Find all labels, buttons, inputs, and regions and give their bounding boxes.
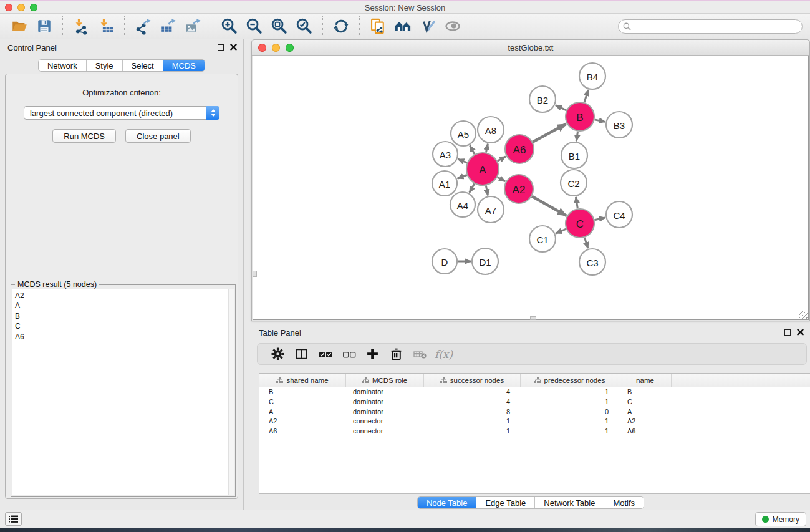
import-network-button[interactable] bbox=[69, 15, 94, 37]
edge-A-A7[interactable] bbox=[486, 185, 488, 195]
tab-edge-table[interactable]: Edge Table bbox=[476, 497, 535, 508]
table-cell[interactable]: 1 bbox=[521, 387, 619, 397]
select-all-columns-button[interactable] bbox=[316, 345, 334, 363]
table-settings-button[interactable] bbox=[269, 345, 287, 363]
edge-A-A5[interactable] bbox=[470, 145, 475, 154]
zoom-fit-button[interactable] bbox=[267, 15, 292, 37]
table-cell[interactable]: A6 bbox=[619, 427, 672, 437]
mcds-result-item[interactable]: A bbox=[12, 301, 228, 311]
delete-table-button[interactable] bbox=[411, 345, 429, 363]
table-cell[interactable]: 8 bbox=[424, 407, 521, 417]
search-input[interactable] bbox=[618, 19, 803, 34]
create-column-button[interactable] bbox=[364, 345, 382, 363]
edge-A-A2[interactable] bbox=[498, 177, 505, 181]
tab-motifs[interactable]: Motifs bbox=[604, 497, 644, 508]
mcds-result-item[interactable]: B bbox=[12, 311, 228, 321]
mcds-result-item[interactable]: A2 bbox=[12, 291, 228, 301]
table-cell[interactable]: 1 bbox=[424, 427, 521, 437]
tab-network[interactable]: Network bbox=[39, 60, 87, 71]
table-cell[interactable]: C bbox=[259, 397, 346, 407]
import-table-button[interactable] bbox=[94, 15, 118, 37]
refresh-button[interactable] bbox=[329, 15, 354, 37]
network-window-titlebar[interactable]: testGlobe.txt bbox=[252, 40, 809, 56]
table-row[interactable]: A2connector11A2 bbox=[259, 417, 810, 427]
canvas-bottom-scroll-stub[interactable] bbox=[530, 316, 536, 320]
table-cell[interactable]: C bbox=[619, 397, 672, 407]
show-hide-button[interactable] bbox=[440, 15, 465, 37]
show-panels-button[interactable] bbox=[5, 512, 22, 526]
tab-network-table[interactable]: Network Table bbox=[535, 497, 604, 508]
table-cell[interactable]: dominator bbox=[346, 397, 424, 407]
mcds-list-scrollbar[interactable] bbox=[228, 289, 234, 495]
deselect-all-columns-button[interactable] bbox=[340, 345, 358, 363]
memory-button[interactable]: Memory bbox=[755, 512, 806, 526]
network-canvas[interactable]: AA1A2A3A4A5A6A7A8BB1B2B3B4CC1C2C3C4DD1 bbox=[253, 56, 809, 320]
table-cell[interactable]: 1 bbox=[424, 417, 521, 427]
edge-A-A4[interactable] bbox=[470, 184, 475, 193]
edge-A2-C[interactable] bbox=[532, 196, 566, 216]
run-mcds-button[interactable]: Run MCDS bbox=[52, 129, 116, 143]
table-row[interactable]: Cdominator41C bbox=[259, 397, 810, 407]
table-cell[interactable]: connector bbox=[346, 417, 424, 427]
edge-A-A8[interactable] bbox=[486, 144, 488, 153]
table-cell[interactable]: 4 bbox=[424, 397, 521, 407]
export-network-button[interactable] bbox=[130, 15, 155, 37]
table-cell[interactable]: A2 bbox=[259, 417, 346, 427]
export-table-button[interactable] bbox=[155, 15, 180, 37]
table-row[interactable]: Adominator80A bbox=[259, 407, 810, 417]
column-header-shared-name[interactable]: shared name bbox=[259, 374, 346, 387]
save-session-button[interactable] bbox=[32, 15, 57, 37]
mcds-result-item[interactable]: A6 bbox=[12, 332, 228, 342]
table-cell[interactable]: A2 bbox=[619, 417, 672, 427]
table-row[interactable]: Bdominator41B bbox=[259, 387, 810, 397]
tab-node-table[interactable]: Node Table bbox=[418, 497, 477, 508]
toggle-column-view-button[interactable] bbox=[292, 345, 311, 363]
graphics-details-button[interactable] bbox=[415, 15, 440, 37]
delete-column-button[interactable] bbox=[387, 345, 405, 363]
column-header-successor-nodes[interactable]: successor nodes bbox=[424, 374, 521, 387]
close-panel-button[interactable]: Close panel bbox=[125, 129, 191, 143]
window-resize-grip[interactable] bbox=[799, 311, 808, 319]
close-table-panel-icon[interactable] bbox=[797, 329, 804, 336]
close-panel-icon[interactable] bbox=[230, 44, 237, 51]
table-cell[interactable]: connector bbox=[346, 427, 424, 437]
table-row[interactable]: A6connector11A6 bbox=[259, 427, 810, 437]
table-cell[interactable]: 1 bbox=[521, 427, 619, 437]
edge-C-C2[interactable] bbox=[576, 197, 577, 209]
edge-B-B2[interactable] bbox=[556, 105, 566, 110]
edge-B-B1[interactable] bbox=[576, 132, 577, 141]
table-cell[interactable]: 1 bbox=[521, 397, 619, 407]
table-cell[interactable]: A6 bbox=[259, 427, 346, 437]
home-networks-button[interactable] bbox=[390, 15, 415, 37]
table-cell[interactable]: 4 bbox=[424, 387, 521, 397]
table-cell[interactable]: A bbox=[619, 407, 672, 417]
function-builder-button[interactable]: f(x) bbox=[435, 345, 453, 363]
edge-C-C3[interactable] bbox=[584, 238, 588, 248]
edge-B-B4[interactable] bbox=[584, 90, 588, 102]
canvas-left-scroll-stub[interactable] bbox=[253, 271, 257, 277]
table-cell[interactable]: B bbox=[619, 387, 672, 397]
column-header-name[interactable]: name bbox=[619, 374, 672, 387]
dropdown-stepper[interactable] bbox=[206, 106, 219, 120]
tab-mcds[interactable]: MCDS bbox=[163, 60, 205, 71]
table-cell[interactable]: dominator bbox=[346, 387, 424, 397]
edge-A-A3[interactable] bbox=[458, 159, 467, 163]
tab-style[interactable]: Style bbox=[87, 60, 123, 71]
column-header-MCDS-role[interactable]: MCDS role bbox=[346, 374, 424, 387]
table-cell[interactable]: 0 bbox=[521, 407, 619, 417]
export-image-button[interactable] bbox=[180, 15, 205, 37]
table-cell[interactable]: A bbox=[259, 407, 346, 417]
edge-A-A1[interactable] bbox=[458, 175, 467, 179]
edge-A-A6[interactable] bbox=[498, 157, 506, 161]
table-cell[interactable]: B bbox=[259, 387, 346, 397]
table-cell[interactable]: dominator bbox=[346, 407, 424, 417]
zoom-out-button[interactable] bbox=[242, 15, 267, 37]
table-cell[interactable]: 1 bbox=[521, 417, 619, 427]
mcds-result-item[interactable]: C bbox=[12, 321, 228, 331]
float-panel-icon[interactable] bbox=[218, 44, 224, 51]
tab-select[interactable]: Select bbox=[123, 60, 163, 71]
edge-B-B3[interactable] bbox=[595, 120, 605, 122]
clone-network-button[interactable] bbox=[365, 15, 390, 37]
edge-C-C4[interactable] bbox=[594, 218, 605, 220]
criterion-dropdown[interactable]: largest connected component (directed) bbox=[24, 106, 219, 120]
